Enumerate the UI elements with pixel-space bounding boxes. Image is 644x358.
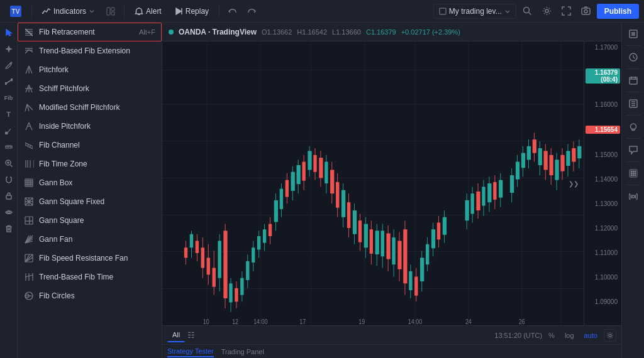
magnet-tool[interactable] — [1, 172, 16, 187]
trash-tool[interactable] — [1, 221, 16, 236]
nav-left: TV Indicators Alert Replay — [0, 3, 428, 19]
lock-tool[interactable] — [1, 188, 16, 203]
fib-circles-label: Fib Circles — [39, 291, 75, 300]
menu-item-pitchfork[interactable]: Pitchfork — [18, 60, 162, 79]
chat-button[interactable] — [625, 141, 642, 159]
alert-button[interactable]: Alert — [130, 4, 167, 18]
indicators-icon — [42, 7, 51, 16]
svg-rect-210 — [493, 182, 496, 200]
calendar-button[interactable] — [625, 72, 642, 89]
inside-pitchfork-label: Inside Pitchfork — [39, 122, 91, 131]
search-button[interactable] — [519, 4, 536, 18]
menu-item-gann-fan[interactable]: Gann Fan — [18, 230, 162, 249]
settings-button[interactable] — [538, 4, 555, 18]
svg-rect-218 — [521, 153, 525, 168]
clock-button[interactable] — [625, 48, 642, 66]
tab-all[interactable]: All — [167, 328, 185, 342]
cross-tool[interactable] — [1, 41, 16, 57]
menu-item-inside-pitchfork[interactable]: Inside Pitchfork — [18, 117, 162, 136]
svg-rect-126 — [240, 278, 243, 295]
replay-button[interactable]: Replay — [169, 4, 214, 18]
svg-rect-184 — [403, 229, 407, 283]
svg-text:12: 12 — [232, 318, 238, 325]
clock-icon — [629, 53, 638, 62]
expand-button[interactable]: ❯❯ — [569, 180, 579, 187]
replay-icon — [174, 7, 183, 16]
camera-button[interactable] — [577, 4, 594, 18]
measure-tool[interactable] — [1, 139, 16, 155]
svg-line-40 — [25, 29, 33, 36]
menu-item-fib-time-zone[interactable]: Fib Time Zone — [18, 155, 162, 173]
price-badge-green: 1.16379(08:4) — [586, 68, 620, 84]
lock-icon — [5, 192, 13, 200]
cursor-icon — [5, 29, 13, 36]
layout-button[interactable] — [103, 4, 119, 18]
svg-rect-267 — [635, 171, 636, 172]
eye-tool[interactable] — [1, 205, 16, 220]
svg-rect-214 — [510, 175, 514, 193]
tab-strategy-tester[interactable]: Strategy Tester — [167, 346, 214, 357]
undo-button[interactable] — [225, 4, 241, 18]
price-high: H1.16542 — [297, 28, 327, 36]
fib-retracement-icon — [24, 27, 34, 37]
brush-tool[interactable] — [1, 123, 16, 138]
trading-level-button[interactable]: My trading lev... — [433, 4, 516, 19]
indicators-button[interactable]: Indicators — [37, 4, 100, 18]
menu-item-gann-box[interactable]: Gann Box — [18, 173, 162, 192]
tab-trading-panel[interactable]: Trading Panel — [221, 348, 264, 355]
menu-item-trend-based-fib-time[interactable]: Trend-Based Fib Time — [18, 268, 162, 286]
fib-menu: Fib RetracementAlt+FTrend-Based Fib Exte… — [18, 23, 162, 358]
fib-tool[interactable]: Fib — [1, 90, 16, 106]
publish-button[interactable]: Publish — [597, 4, 639, 19]
svg-rect-273 — [635, 175, 636, 176]
svg-rect-114 — [207, 258, 210, 274]
svg-rect-140 — [280, 189, 283, 209]
nav-right: My trading lev... Publish — [428, 4, 644, 19]
pitchfork-icon — [24, 65, 34, 75]
chart-canvas[interactable]: 10 12 14:00 17 19 14:00 24 26 ❯❯ 1.17000… — [162, 41, 621, 325]
fullscreen-button[interactable] — [558, 4, 575, 18]
svg-rect-128 — [246, 261, 249, 280]
svg-rect-110 — [196, 241, 199, 252]
menu-item-fib-retracement[interactable]: Fib RetracementAlt+F — [18, 23, 162, 41]
auto-button[interactable]: auto — [580, 330, 601, 340]
watchlist-button[interactable] — [625, 25, 642, 43]
numpad-button[interactable] — [625, 165, 642, 182]
percent-button[interactable]: % — [545, 330, 558, 340]
price-close: C1.16379 — [366, 28, 396, 36]
svg-text:14:00: 14:00 — [408, 318, 423, 325]
list-view-button[interactable]: ☷ — [187, 330, 195, 340]
fib-time-zone-icon — [24, 159, 34, 169]
settings-cog-button[interactable] — [604, 329, 616, 342]
price-low: L1.13660 — [332, 28, 361, 36]
log-button[interactable]: log — [561, 330, 578, 340]
menu-item-fib-circles[interactable]: Fib Circles — [18, 286, 162, 305]
svg-rect-234 — [566, 151, 570, 166]
ideas2-button[interactable] — [625, 118, 642, 136]
menu-item-fib-speed-resistance-fan[interactable]: Fib Speed Resistance Fan — [18, 249, 162, 268]
svg-rect-158 — [330, 170, 334, 193]
price-4: 1.14000 — [586, 176, 620, 183]
line-tool[interactable] — [1, 74, 16, 89]
menu-item-modified-schiff-pitchfork[interactable]: Modified Schiff Pitchfork — [18, 98, 162, 117]
menu-item-gann-square[interactable]: Gann Square — [18, 211, 162, 230]
redo-button[interactable] — [243, 4, 260, 18]
ideas-button[interactable] — [625, 95, 642, 112]
text-tool[interactable]: T — [1, 107, 16, 122]
svg-rect-160 — [336, 182, 339, 208]
broadcast-button[interactable] — [625, 188, 642, 205]
svg-point-9 — [523, 8, 529, 13]
menu-item-fib-channel[interactable]: Fib Channel — [18, 136, 162, 155]
schiff-pitchfork-icon — [24, 84, 34, 94]
cursor-tool[interactable] — [1, 25, 16, 40]
menu-item-trend-based-fib-extension[interactable]: Trend-Based Fib Extension — [18, 41, 162, 60]
menu-item-gann-square-fixed[interactable]: Gann Square Fixed — [18, 192, 162, 211]
svg-rect-182 — [397, 241, 401, 269]
zoom-tool[interactable] — [1, 156, 16, 171]
menu-item-schiff-pitchfork[interactable]: Schiff Pitchfork — [18, 79, 162, 98]
trash-icon — [5, 225, 13, 232]
layout-icon — [106, 7, 115, 16]
svg-marker-6 — [176, 8, 181, 14]
pencil-tool[interactable] — [1, 58, 16, 73]
indicators-label: Indicators — [53, 7, 86, 16]
